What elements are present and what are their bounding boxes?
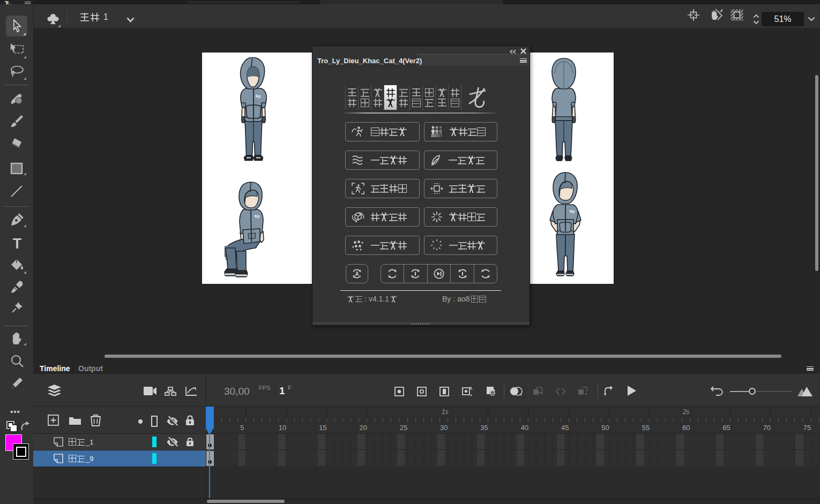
svg-text:Kp: Kp xyxy=(255,214,259,219)
svg-text:Kp: Kp xyxy=(570,209,575,214)
svg-text:A: A xyxy=(355,271,359,277)
svg-text:A: A xyxy=(469,386,473,391)
svg-text:Kp: Kp xyxy=(256,94,260,99)
